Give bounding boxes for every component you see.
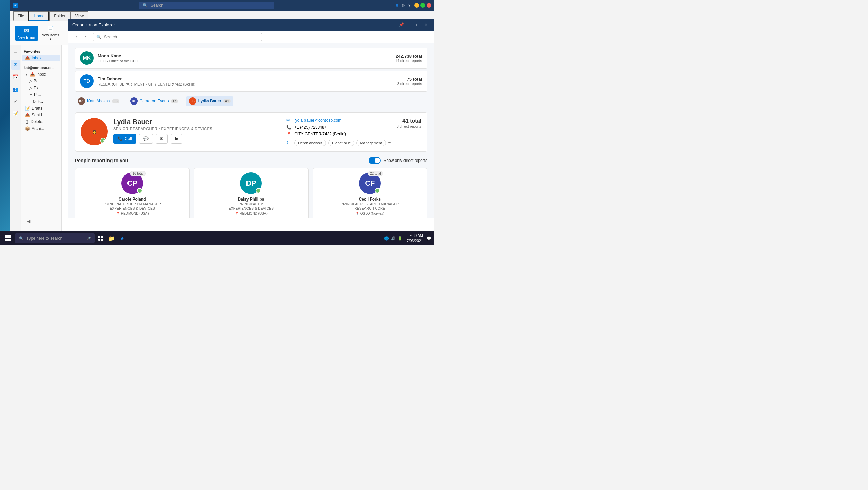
folder-inbox-main[interactable]: ▼ 📥 Inbox: [22, 71, 60, 78]
folder-sent[interactable]: 📤Sent I...: [22, 112, 60, 118]
settings-icon[interactable]: ⚙: [401, 3, 406, 8]
help-icon[interactable]: ?: [407, 3, 412, 8]
profile-icon[interactable]: 👤: [395, 3, 399, 8]
nav-mail[interactable]: ✉: [11, 60, 20, 70]
profile-role: SENIOR RESEARCHER • EXPERIENCES & DEVICE…: [113, 127, 281, 131]
taskbar-search[interactable]: 🔍 Type here to search 🎤: [15, 233, 95, 243]
folder-pane: Favorites 📥Inbox kat@contoso.c... ▼ 📥 In…: [21, 45, 62, 231]
daisy-role: PRINCIPAL PM: [239, 202, 263, 206]
tag-more[interactable]: ···: [388, 140, 391, 146]
maximize-button[interactable]: [420, 3, 425, 8]
taskbar-search-icon: 🔍: [19, 236, 24, 241]
tim-deboer-info: Tim Deboer RESEARCH DEPARTMENT • CITY CE…: [98, 76, 397, 86]
folder-pr[interactable]: ▼Pr...: [22, 91, 60, 98]
tab-file[interactable]: File: [13, 11, 29, 21]
close-button[interactable]: [427, 3, 431, 8]
tab-folder[interactable]: Folder: [49, 11, 70, 21]
svg-rect-5: [101, 236, 103, 238]
file-explorer-button[interactable]: 📁: [107, 233, 116, 243]
lydia-avatar: 👩 ✓: [81, 118, 108, 145]
mic-icon: 🎤: [86, 237, 91, 240]
search-box[interactable]: 🔍 Search: [139, 2, 274, 9]
bc-cameron[interactable]: CE Cameron Evans 17: [127, 96, 181, 106]
taskbar: 🔍 Type here to search 🎤 📁 e 🌐 🔊 🔋 9:30 A…: [0, 231, 434, 245]
tags-row: 🏷 Depth analysis Planet blue Management …: [286, 138, 391, 146]
hierarchy-tim-deboer[interactable]: TD Tim Deboer RESEARCH DEPARTMENT • CITY…: [75, 71, 427, 92]
tim-deboer-role: RESEARCH DEPARTMENT • CITY CENTER/7432 (…: [98, 82, 397, 86]
nav-calendar[interactable]: 📅: [11, 72, 20, 82]
reporting-title: People reporting to you: [75, 158, 128, 163]
katri-bc-avatar: KA: [78, 97, 85, 105]
toggle-label: Show only direct reports: [383, 158, 427, 163]
daisy-badge: [256, 188, 261, 193]
folder-drafts[interactable]: 📝Drafts: [22, 105, 60, 112]
nav-more[interactable]: ⋯: [11, 219, 20, 229]
nav-hamburger[interactable]: ☰: [11, 48, 20, 57]
taskview-button[interactable]: [96, 233, 105, 243]
carole-name: Carole Poland: [119, 197, 146, 202]
location-icon: 📍: [286, 132, 292, 136]
chat-icon: 💬: [143, 136, 149, 141]
tag-planet[interactable]: Planet blue: [328, 140, 354, 146]
carole-avatar-wrap: CP 16 total: [121, 172, 143, 194]
call-button[interactable]: 📞 Call: [113, 134, 136, 144]
chat-button[interactable]: 💬: [139, 134, 153, 144]
reporting-section-header: People reporting to you Show only direct…: [75, 157, 427, 164]
report-daisy[interactable]: DP Daisy Phillips PRINCIPAL PM EXPERIENC…: [194, 168, 308, 218]
tag-mgmt[interactable]: Management: [356, 140, 386, 146]
daisy-name: Daisy Phillips: [238, 197, 264, 202]
tim-deboer-stats: 75 total 3 direct reports: [397, 77, 422, 86]
email-row: ✉ lydia.bauer@contoso.com: [286, 118, 391, 123]
carole-location: 📍REDMOND (USA): [116, 212, 149, 215]
notification-icon[interactable]: 💬: [427, 236, 431, 241]
main-layout: ☰ ✉ 📅 👥 ✓ 📝 ⋯ Favorites 📥Inbox kat@conto…: [10, 45, 434, 231]
email-contact-icon: ✉: [286, 118, 292, 123]
system-tray: 🌐 🔊 🔋 9:30 AM 7/03/2021 💬: [384, 233, 431, 244]
nav-people[interactable]: 👥: [11, 84, 20, 94]
carole-dept: EXPERIENCES & DEVICES: [110, 207, 155, 210]
tab-home[interactable]: Home: [29, 11, 49, 21]
minimize-button[interactable]: [414, 3, 419, 8]
mona-kane-avatar: MK: [80, 51, 94, 65]
report-cecil[interactable]: CF 22 total Cecil Forks PRINCIPAL RESEAR…: [313, 168, 427, 218]
taskbar-search-text: Type here to search: [26, 236, 62, 241]
folder-ex[interactable]: ▷Ex...: [22, 84, 60, 91]
phone-icon: 📞: [286, 125, 292, 130]
folder-collapse[interactable]: ◀: [24, 216, 33, 226]
nav-tasks[interactable]: ✓: [11, 97, 20, 106]
hierarchy-mona-kane[interactable]: MK Mona Kane CEO • Office of the CEO 242…: [75, 48, 427, 69]
direct-reports-toggle[interactable]: [369, 157, 381, 164]
carole-badge: [137, 188, 142, 193]
folder-deleted[interactable]: 🗑Delete...: [22, 118, 60, 125]
nav-notes[interactable]: 📝: [11, 109, 20, 118]
daisy-location: 📍REDMOND (USA): [235, 212, 268, 215]
new-items-button[interactable]: 📄 New Items ▼: [39, 24, 62, 42]
bc-katri[interactable]: KA Katri Ahokas 16: [75, 96, 122, 106]
start-button[interactable]: [3, 233, 14, 244]
carole-role: PRINCIPAL GROUP PM MANAGER: [103, 202, 161, 206]
daisy-avatar-wrap: DP: [240, 172, 262, 194]
linkedin-button[interactable]: in: [171, 134, 183, 144]
profile-stats: 41 total 3 direct reports: [397, 118, 421, 146]
taskbar-clock[interactable]: 9:30 AM 7/03/2021: [407, 233, 423, 244]
svg-rect-3: [8, 239, 11, 241]
tim-deboer-name: Tim Deboer: [98, 76, 397, 81]
bc-lydia[interactable]: LB Lydia Bauer 41: [186, 96, 233, 106]
linkedin-icon: in: [175, 137, 178, 141]
folder-archive[interactable]: 📦Archi...: [22, 125, 60, 132]
lydia-bc-avatar: LB: [189, 97, 196, 105]
cecil-avatar-wrap: CF 22 total: [359, 172, 381, 194]
folder-be[interactable]: ▷Be...: [22, 78, 60, 84]
new-email-button[interactable]: ✉ New Email: [15, 26, 38, 41]
email-link[interactable]: lydia.bauer@contoso.com: [294, 118, 341, 123]
folder-f[interactable]: ▷F...: [22, 98, 60, 105]
tag-depth[interactable]: Depth analysis: [294, 140, 326, 146]
folder-inbox[interactable]: 📥Inbox: [22, 55, 60, 61]
location-text: CITY CENTER/7432 (Berlin): [294, 132, 346, 136]
nav-sidebar: ☰ ✉ 📅 👥 ✓ 📝 ⋯: [10, 45, 21, 231]
edge-button[interactable]: e: [118, 233, 127, 243]
network-icon: 🌐: [384, 236, 389, 241]
email-button[interactable]: ✉: [156, 134, 168, 144]
report-carole[interactable]: CP 16 total Carole Poland PRINCIPAL GROU…: [75, 168, 190, 218]
account-header: kat@contoso.c...: [21, 64, 61, 71]
